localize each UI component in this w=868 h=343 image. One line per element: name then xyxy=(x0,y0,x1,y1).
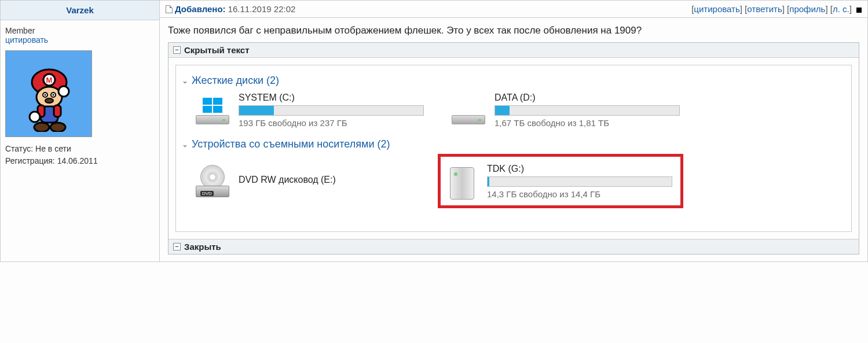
post-header: Добавлено: 16.11.2019 22:02 [цитировать]… xyxy=(160,1,867,18)
drive-stats: 1,67 ТБ свободно из 1,81 ТБ xyxy=(495,118,680,128)
chevron-down-icon: ⌄ xyxy=(182,76,188,85)
post-actions: [цитировать] [ответить] [профиль] [л. с.… xyxy=(691,4,862,14)
hdd-icon xyxy=(196,97,229,124)
action-quote[interactable]: цитировать xyxy=(694,4,739,14)
chevron-down-icon: ⌄ xyxy=(182,140,188,149)
avatar: M xyxy=(5,50,92,137)
svg-point-9 xyxy=(45,98,53,103)
drive-tdk-g[interactable]: TDK (G:) 14,3 ГБ свободно из 14,4 ГБ xyxy=(444,160,675,202)
drive-name: TDK (G:) xyxy=(487,164,672,174)
spoiler-box: − Скрытый текст ⌄ Жесткие диски (2) xyxy=(168,42,859,255)
user-meta: Статус: Не в сети Регистрация: 14.06.201… xyxy=(5,143,155,167)
content-panel: Добавлено: 16.11.2019 22:02 [цитировать]… xyxy=(160,1,867,261)
avatar-image: M xyxy=(12,57,87,132)
collapse-icon[interactable]: − xyxy=(173,243,181,250)
removable-group-header[interactable]: ⌄ Устройства со съемными носителями (2) xyxy=(182,138,845,150)
user-role: Member xyxy=(5,26,155,35)
svg-text:M: M xyxy=(46,76,53,84)
svg-point-15 xyxy=(34,123,49,132)
drive-data-d[interactable]: DATA (D:) 1,67 ТБ свободно из 1,81 ТБ xyxy=(449,90,682,130)
status-label: Статус: xyxy=(5,144,33,153)
scroll-top-icon[interactable] xyxy=(856,8,862,13)
drive-name: DATA (D:) xyxy=(495,93,680,103)
hdd-icon xyxy=(452,97,485,124)
drive-name: DVD RW дисковод (E:) xyxy=(239,175,412,185)
drive-name: SYSTEM (C:) xyxy=(239,93,424,103)
user-panel: Varzek Member цитировать M xyxy=(1,1,160,261)
status-value: Не в сети xyxy=(35,144,71,153)
svg-point-16 xyxy=(50,123,65,132)
drive-stats: 14,3 ГБ свободно из 14,4 ГБ xyxy=(487,189,672,199)
action-pm[interactable]: л. с. xyxy=(833,4,849,14)
user-details: Member цитировать M xyxy=(1,20,159,173)
post-icon xyxy=(166,5,173,13)
forum-post: Varzek Member цитировать M xyxy=(0,0,868,262)
capacity-bar xyxy=(487,176,672,187)
username-header: Varzek xyxy=(1,1,159,20)
spoiler-close-label: Закрыть xyxy=(184,242,221,252)
added-label: Добавлено: xyxy=(175,4,226,14)
svg-rect-12 xyxy=(54,105,61,117)
drive-system-c[interactable]: SYSTEM (C:) 193 ГБ свободно из 237 ГБ xyxy=(193,90,426,130)
drive-stats: 193 ГБ свободно из 237 ГБ xyxy=(239,118,424,128)
action-profile[interactable]: профиль xyxy=(789,4,825,14)
capacity-bar xyxy=(239,105,424,116)
drive-dvd-e[interactable]: DVD DVD RW дисковод (E:) xyxy=(193,154,415,208)
spoiler-footer[interactable]: − Закрыть xyxy=(169,239,859,254)
highlight-box: TDK (G:) 14,3 ГБ свободно из 14,4 ГБ xyxy=(438,154,683,208)
svg-point-8 xyxy=(53,94,54,96)
svg-point-7 xyxy=(45,94,46,96)
removable-group-title: Устройства со съемными носителями (2) xyxy=(192,138,390,150)
post-body: Тоже появился баг с неправильным отображ… xyxy=(160,18,867,261)
post-text: Тоже появился баг с неправильным отображ… xyxy=(168,25,859,36)
username-link[interactable]: Varzek xyxy=(66,5,94,15)
reg-label: Регистрация: xyxy=(5,156,55,165)
svg-point-13 xyxy=(30,112,40,122)
capacity-bar xyxy=(495,105,680,116)
dvd-icon: DVD xyxy=(196,165,229,197)
svg-point-14 xyxy=(58,86,69,97)
added-time: 16.11.2019 22:02 xyxy=(228,4,296,14)
user-quote-link[interactable]: цитировать xyxy=(5,35,48,45)
action-reply[interactable]: ответить xyxy=(747,4,782,14)
hdd-group-header[interactable]: ⌄ Жесткие диски (2) xyxy=(182,75,845,87)
hdd-group-title: Жесткие диски (2) xyxy=(192,75,279,87)
spoiler-title: Скрытый текст xyxy=(184,45,250,55)
explorer-screenshot: ⌄ Жесткие диски (2) SYSTEM (C:) xyxy=(175,65,852,232)
removable-drive-icon xyxy=(446,163,478,200)
reg-value: 14.06.2011 xyxy=(57,156,98,165)
spoiler-header[interactable]: − Скрытый текст xyxy=(169,43,859,58)
collapse-icon[interactable]: − xyxy=(173,46,181,54)
